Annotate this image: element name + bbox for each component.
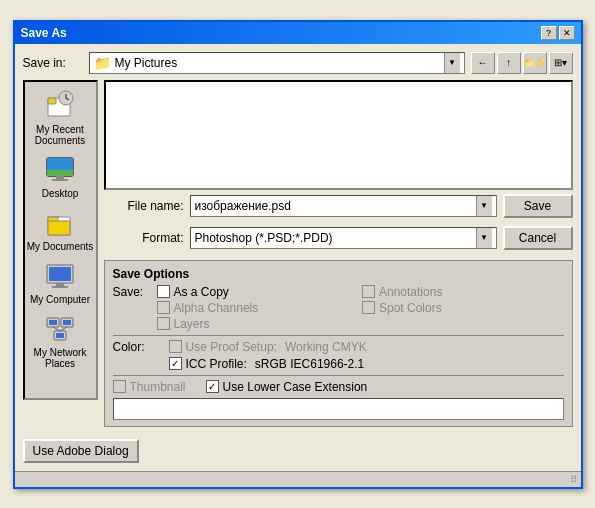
annotations-checkbox[interactable] xyxy=(362,285,375,298)
icc-profile-row: ICC Profile: sRGB IEC61966-2.1 xyxy=(113,357,564,371)
format-row: Format: Photoshop (*.PSD;*.PDD) ▼ Cancel xyxy=(104,226,573,250)
sidebar-item-network[interactable]: My Network Places xyxy=(25,309,96,373)
sidebar-item-recent[interactable]: My Recent Documents xyxy=(25,86,96,150)
filename-label: File name: xyxy=(104,199,184,213)
alpha-channels-item: Alpha Channels xyxy=(157,301,359,315)
save-button[interactable]: Save xyxy=(503,194,573,218)
save-options-title: Save Options xyxy=(113,267,564,281)
status-bar: ⠿ xyxy=(15,471,581,487)
back-button[interactable]: ← xyxy=(471,52,495,74)
save-in-combo[interactable]: 📁 My Pictures ▼ xyxy=(89,52,465,74)
checkboxes-right: Annotations Spot Colors xyxy=(362,285,564,315)
svg-rect-15 xyxy=(52,286,68,288)
network-icon xyxy=(44,313,76,345)
svg-line-22 xyxy=(53,327,60,331)
proof-setup-row: Color: Use Proof Setup: Working CMYK xyxy=(113,340,564,354)
icc-profile-value: sRGB IEC61966-2.1 xyxy=(255,357,364,371)
proof-setup-checkbox[interactable] xyxy=(169,340,182,353)
checkboxes-left: As a Copy Alpha Channels Layers xyxy=(157,285,359,331)
file-browser[interactable] xyxy=(104,80,573,190)
mycomp-label: My Computer xyxy=(30,294,90,305)
filename-row: File name: изображение.psd ▼ Save xyxy=(104,194,573,218)
icc-profile-item: ICC Profile: sRGB IEC61966-2.1 xyxy=(169,357,365,371)
filename-value: изображение.psd xyxy=(195,199,476,213)
save-in-dropdown-arrow[interactable]: ▼ xyxy=(444,53,460,73)
thumbnail-label: Thumbnail xyxy=(130,380,186,394)
save-colon-label: Save: xyxy=(113,285,153,299)
recent-label: My Recent Documents xyxy=(27,124,94,146)
as-a-copy-checkbox[interactable] xyxy=(157,285,170,298)
lowercase-label: Use Lower Case Extension xyxy=(223,380,368,394)
alpha-channels-label: Alpha Channels xyxy=(174,301,259,315)
right-content: File name: изображение.psd ▼ Save Format… xyxy=(104,80,573,427)
extra-field[interactable] xyxy=(113,398,564,420)
bottom-row: Use Adobe Dialog xyxy=(23,433,573,463)
close-button[interactable]: ✕ xyxy=(559,26,575,40)
svg-rect-17 xyxy=(49,320,57,325)
svg-rect-7 xyxy=(56,176,64,179)
filename-input[interactable]: изображение.psd ▼ xyxy=(190,195,497,217)
views-button[interactable]: ⊞▾ xyxy=(549,52,573,74)
sidebar-item-mydocs[interactable]: My Documents xyxy=(25,203,96,256)
mydocs-icon xyxy=(44,207,76,239)
bottom-checkboxes: Thumbnail Use Lower Case Extension xyxy=(113,380,564,394)
cancel-button[interactable]: Cancel xyxy=(503,226,573,250)
help-button[interactable]: ? xyxy=(541,26,557,40)
folder-icon: 📁 xyxy=(94,55,111,71)
lowercase-item: Use Lower Case Extension xyxy=(206,380,368,394)
sidebar-item-mycomp[interactable]: My Computer xyxy=(25,256,96,309)
layers-checkbox[interactable] xyxy=(157,317,170,330)
save-options-section: Save Options Save: As a Copy Alpha Chann… xyxy=(104,260,573,427)
color-label: Color: xyxy=(113,340,163,354)
color-section: Color: Use Proof Setup: Working CMYK xyxy=(113,340,564,371)
proof-setup-label: Use Proof Setup: xyxy=(186,340,277,354)
svg-rect-1 xyxy=(48,98,56,104)
use-adobe-dialog-button[interactable]: Use Adobe Dialog xyxy=(23,439,139,463)
svg-rect-19 xyxy=(63,320,71,325)
icc-profile-label: ICC Profile: xyxy=(186,357,247,371)
divider-2 xyxy=(113,375,564,376)
thumbnail-item: Thumbnail xyxy=(113,380,186,394)
format-value: Photoshop (*.PSD;*.PDD) xyxy=(195,231,476,245)
save-options-body: Save: As a Copy Alpha Channels xyxy=(113,285,564,331)
save-in-label: Save in: xyxy=(23,56,83,70)
as-a-copy-label: As a Copy xyxy=(174,285,229,299)
svg-rect-11 xyxy=(48,221,70,235)
svg-rect-21 xyxy=(56,333,64,338)
svg-line-23 xyxy=(60,327,67,331)
spot-colors-item: Spot Colors xyxy=(362,301,564,315)
up-button[interactable]: ↑ xyxy=(497,52,521,74)
format-dropdown[interactable]: ▼ xyxy=(476,228,492,248)
svg-rect-13 xyxy=(49,267,71,281)
thumbnail-checkbox[interactable] xyxy=(113,380,126,393)
title-bar: Save As ? ✕ xyxy=(15,22,581,44)
spot-colors-checkbox[interactable] xyxy=(362,301,375,314)
lowercase-checkbox[interactable] xyxy=(206,380,219,393)
divider-1 xyxy=(113,335,564,336)
network-label: My Network Places xyxy=(27,347,94,369)
main-area: My Recent Documents Deskt xyxy=(23,80,573,427)
new-folder-button[interactable]: 📁✨ xyxy=(523,52,547,74)
dialog-body: Save in: 📁 My Pictures ▼ ← ↑ 📁✨ ⊞▾ xyxy=(15,44,581,471)
filename-dropdown[interactable]: ▼ xyxy=(476,196,492,216)
as-a-copy-item: As a Copy xyxy=(157,285,359,299)
alpha-channels-checkbox[interactable] xyxy=(157,301,170,314)
sidebar-item-desktop[interactable]: Desktop xyxy=(25,150,96,203)
svg-rect-14 xyxy=(56,283,64,286)
svg-rect-6 xyxy=(47,170,73,176)
format-combo[interactable]: Photoshop (*.PSD;*.PDD) ▼ xyxy=(190,227,497,249)
icc-profile-checkbox[interactable] xyxy=(169,357,182,370)
desktop-icon xyxy=(44,154,76,186)
mycomp-icon xyxy=(44,260,76,292)
save-as-dialog: Save As ? ✕ Save in: 📁 My Pictures ▼ ← ↑… xyxy=(13,20,583,489)
spot-colors-label: Spot Colors xyxy=(379,301,442,315)
save-in-value: My Pictures xyxy=(115,56,440,70)
desktop-label: Desktop xyxy=(42,188,79,199)
recent-icon xyxy=(44,90,76,122)
mydocs-label: My Documents xyxy=(27,241,94,252)
annotations-item: Annotations xyxy=(362,285,564,299)
svg-rect-8 xyxy=(52,179,68,181)
save-in-row: Save in: 📁 My Pictures ▼ ← ↑ 📁✨ ⊞▾ xyxy=(23,52,573,74)
dialog-title: Save As xyxy=(21,26,67,40)
layers-item: Layers xyxy=(157,317,359,331)
